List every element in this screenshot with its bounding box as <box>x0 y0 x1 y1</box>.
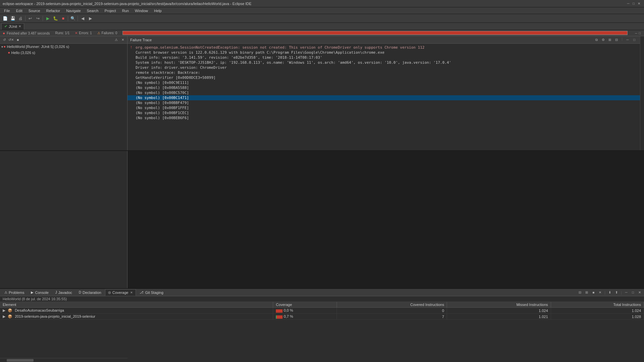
suite-expand-icon: ▾ <box>1 45 3 49</box>
trace-line-10[interactable]: (No symbol) [0x00BC1471] <box>128 95 640 100</box>
panel-maximize-btn[interactable]: □ <box>638 32 641 35</box>
trace-line-14[interactable]: (No symbol) [0x00BEB6F6] <box>128 115 640 120</box>
coverage-pct-1: 0,7 % <box>284 314 293 318</box>
col-total: Total Instructions <box>551 302 644 308</box>
search-button[interactable]: 🔍 <box>69 15 77 22</box>
menu-help[interactable]: Help <box>151 8 164 13</box>
test-case-item[interactable]: ■ Hello (3,026 s) <box>0 50 127 56</box>
filter-trace-btn[interactable]: ⚙ <box>600 37 606 43</box>
tab-console[interactable]: ▶ Console <box>28 289 51 296</box>
coverage-content: HelloWorld (8 de jul. de 2024 16:35:55) … <box>0 296 644 362</box>
debug-button[interactable]: 🐛 <box>52 15 59 22</box>
bottom-tab-bar: ⚠ Problems ▶ Console J Javadoc D Declara… <box>0 289 644 296</box>
stop-run-btn[interactable]: ■ <box>15 37 21 43</box>
coverage-row-1[interactable]: ▶ 📦 2019-selenium-java-projeto_inicial_2… <box>0 314 644 320</box>
trace-line-7[interactable]: (No symbol) [0x00C9E111] <box>128 80 640 85</box>
vertical-scrollbar[interactable] <box>640 36 644 150</box>
show-only-failures-btn[interactable]: ✕ <box>120 37 126 43</box>
coverage-row-0-covered: 0 <box>337 308 447 314</box>
rerun-failed-btn[interactable]: ↺✕ <box>8 37 14 43</box>
junit-tab-icon: ✔ <box>4 24 7 29</box>
failure-trace-header: Failure Trace ⧉ ⚙ ⊞ ⊟ | ─ □ <box>128 36 640 44</box>
trace-line-6[interactable]: GetHandleVerifier [0x00D0DCE3+50899] <box>128 75 640 80</box>
editor-left-gutter <box>0 151 128 288</box>
redo-button[interactable]: ↪ <box>34 15 42 22</box>
editor-area <box>0 151 644 288</box>
menu-navigate[interactable]: Navigate <box>63 8 83 13</box>
coverage-export-btn[interactable]: ⬇ <box>607 290 613 296</box>
trace-line-5[interactable]: remote stacktrace: Backtrace: <box>128 70 640 75</box>
bottom-maximize-btn[interactable]: □ <box>630 290 636 296</box>
undo-button[interactable]: ↩ <box>27 15 34 22</box>
tab-javadoc[interactable]: J Javadoc <box>52 289 75 296</box>
javadoc-label: Javadoc <box>58 291 72 295</box>
coverage-row-1-expand[interactable]: ▶ <box>3 314 5 318</box>
bottom-minimize-btn[interactable]: ─ <box>623 290 629 296</box>
col-missed: Missed Instructions <box>447 302 551 308</box>
trace-line-2[interactable]: Build info: version: '3.141.59', revisio… <box>128 55 640 60</box>
next-button[interactable]: ▶ <box>87 15 94 22</box>
panel-minimize-btn[interactable]: ─ <box>634 32 638 35</box>
trace-line-3[interactable]: System info: host: 'DESKTOP-JJ51BHJ', ip… <box>128 60 640 65</box>
test-suite-item[interactable]: ▾ ■ HelloWorld [Runner: JUnit 5] (3,026 … <box>0 44 127 50</box>
trace-line-11[interactable]: (No symbol) [0x00BBF479] <box>128 100 640 105</box>
tab-coverage[interactable]: ◎ Coverage ✕ <box>105 289 136 296</box>
menu-file[interactable]: File <box>1 8 13 13</box>
git-staging-label: Git Staging <box>145 291 163 295</box>
coverage-stop-btn[interactable]: ■ <box>590 290 596 296</box>
junit-tab-close[interactable]: ✕ <box>18 24 21 28</box>
junit-tab[interactable]: ✔ JUnit ✕ <box>1 23 24 30</box>
trace-line-8[interactable]: (No symbol) [0x00BA5588] <box>128 85 640 90</box>
copy-trace-btn[interactable]: ⧉ <box>593 37 599 43</box>
menu-refactor[interactable]: Refactor <box>44 8 63 13</box>
expand-trace-btn[interactable]: ⊞ <box>607 37 613 43</box>
coverage-row-0[interactable]: ▶ 📦 DesafioAutomacaoSeubarriga 0,0 % 0 1… <box>0 308 644 314</box>
save-button[interactable]: 💾 <box>9 15 16 22</box>
print-button[interactable]: 🖨 <box>17 15 24 22</box>
tab-declaration[interactable]: D Declaration <box>76 289 104 296</box>
menu-project[interactable]: Project <box>102 8 118 13</box>
trace-line-1[interactable]: Current browser version is 122.0.6261.12… <box>128 50 640 55</box>
prev-button[interactable]: ◀ <box>79 15 86 22</box>
menu-edit[interactable]: Edit <box>13 8 25 13</box>
tab-problems[interactable]: ⚠ Problems <box>1 289 27 296</box>
show-errors-btn[interactable]: ⚠ <box>113 37 119 43</box>
failures-label: Failures: 0 <box>102 31 117 35</box>
menu-run[interactable]: Run <box>119 8 132 13</box>
coverage-import-btn[interactable]: ⬆ <box>613 290 620 296</box>
trace-line-12[interactable]: (No symbol) [0x00BF1FFE] <box>128 105 640 110</box>
menu-source[interactable]: Source <box>26 8 43 13</box>
coverage-close-btn[interactable]: ✕ <box>130 291 133 294</box>
trace-line-0[interactable]: ! org.openqa.selenium.SessionNotCreatedE… <box>128 45 640 50</box>
menu-search[interactable]: Search <box>84 8 101 13</box>
trace-text-3: System info: host: 'DESKTOP-JJ51BHJ', ip… <box>130 60 637 65</box>
col-element: Element <box>0 302 273 308</box>
stop-button[interactable]: ■ <box>59 15 67 22</box>
coverage-icon: ◎ <box>108 291 111 294</box>
bottom-close-btn[interactable]: ✕ <box>637 290 643 296</box>
close-button[interactable]: ✕ <box>637 1 641 6</box>
run-button[interactable]: ▶ <box>44 15 51 22</box>
maximize-trace-btn[interactable]: □ <box>631 37 637 43</box>
coverage-row-0-expand[interactable]: ▶ <box>3 308 5 312</box>
trace-line-9[interactable]: (No symbol) [0x00BC570C] <box>128 90 640 95</box>
trace-error-icon: ! <box>130 46 134 49</box>
rerun-btn[interactable]: ↺ <box>1 37 7 43</box>
coverage-clear-btn[interactable]: ✕ <box>597 290 603 296</box>
toolbar-sep-3 <box>68 16 68 21</box>
trace-line-13[interactable]: (No symbol) [0x00BF1CEC] <box>128 110 640 115</box>
trace-text-13: (No symbol) [0x00BF1CEC] <box>130 111 637 115</box>
maximize-button[interactable]: □ <box>631 1 636 6</box>
trace-line-4[interactable]: Driver info: driver.version: ChromeDrive… <box>128 65 640 70</box>
tab-git-staging[interactable]: ⎇ Git Staging <box>137 289 166 296</box>
minimize-trace-btn[interactable]: ─ <box>625 37 631 43</box>
coverage-collapse-btn[interactable]: ⊟ <box>577 290 583 296</box>
minimize-button[interactable]: ─ <box>626 1 631 6</box>
menu-window[interactable]: Window <box>132 8 151 13</box>
collapse-trace-btn[interactable]: ⊟ <box>613 37 620 43</box>
junit-status-bar: ● Finished after 3.487 seconds Runs: 1/1… <box>0 30 644 36</box>
coverage-bar-0 <box>276 309 283 313</box>
new-button[interactable]: 📄 <box>1 15 9 22</box>
coverage-table: Element Coverage Covered Instructions Mi… <box>0 302 644 320</box>
coverage-expand-btn[interactable]: ⊞ <box>584 290 590 296</box>
